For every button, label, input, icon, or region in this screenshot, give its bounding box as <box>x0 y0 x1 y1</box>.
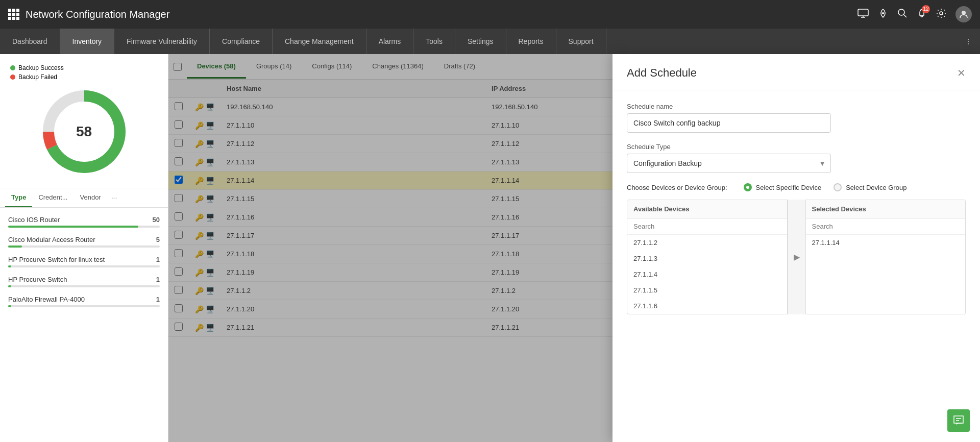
main-content: Backup Success Backup Failed 58 <box>0 54 980 442</box>
nav-compliance[interactable]: Compliance <box>210 29 273 54</box>
notification-icon[interactable]: 12 <box>917 8 927 21</box>
chart-legend: Backup Success Backup Failed <box>10 64 64 81</box>
legend-failed-label: Backup Failed <box>18 73 57 81</box>
device-type-name: Cisco Modular Access Router <box>8 236 95 243</box>
search-icon[interactable] <box>897 8 908 21</box>
device-type-cisco-modular[interactable]: Cisco Modular Access Router 5 <box>0 232 168 252</box>
device-type-name: HP Procurve Switch <box>8 276 67 283</box>
schedule-name-input[interactable] <box>627 113 831 133</box>
device-type-count: 1 <box>156 276 160 283</box>
legend-backup-failed: Backup Failed <box>10 73 64 81</box>
svg-point-3 <box>940 12 943 15</box>
device-type-count: 5 <box>156 236 160 243</box>
device-type-count: 1 <box>156 256 160 263</box>
available-device-item[interactable]: 27.1.1.6 <box>627 298 787 314</box>
svg-point-1 <box>882 12 884 14</box>
nav-dashboard[interactable]: Dashboard <box>0 29 60 54</box>
svg-point-2 <box>898 9 904 15</box>
modal-body: Schedule name Schedule Type Configuratio… <box>612 90 980 442</box>
device-selection-section: Choose Devices or Device Group: Select S… <box>627 183 966 314</box>
selected-devices-list: 27.1.1.14 <box>806 235 966 306</box>
app-title: Network Configuration Manager <box>26 9 169 20</box>
available-device-item[interactable]: 27.1.1.5 <box>627 282 787 298</box>
schedule-type-wrapper: Configuration Backup Compliance Check Ch… <box>627 154 831 173</box>
nav-reports[interactable]: Reports <box>506 29 556 54</box>
sidebar: Backup Success Backup Failed 58 <box>0 54 168 442</box>
available-devices-panel: Available Devices 27.1.1.227.1.1.327.1.1… <box>627 200 788 314</box>
header-left: Network Configuration Manager <box>8 9 169 20</box>
avatar[interactable] <box>955 6 972 22</box>
rocket-icon[interactable] <box>878 8 888 21</box>
choose-devices-label: Choose Devices or Device Group: <box>627 184 727 191</box>
right-content: Devices (58) Groups (14) Configs (114) C… <box>168 54 980 442</box>
schedule-name-label: Schedule name <box>627 103 966 110</box>
specific-device-label: Select Specific Device <box>756 184 822 191</box>
device-type-count: 50 <box>153 216 160 224</box>
filter-tab-more[interactable]: ··· <box>107 188 121 207</box>
available-device-item[interactable]: 27.1.1.2 <box>627 235 787 251</box>
device-type-name: Cisco IOS Router <box>8 216 60 224</box>
toggle-specific-device[interactable]: Select Specific Device <box>744 183 822 191</box>
modal-overlay: Add Schedule ✕ Schedule name Schedule Ty… <box>168 54 980 442</box>
device-type-hp-switch[interactable]: HP Procurve Switch 1 <box>0 272 168 291</box>
nav-tools[interactable]: Tools <box>413 29 455 54</box>
filter-tab-type[interactable]: Type <box>5 188 32 207</box>
schedule-type-label: Schedule Type <box>627 143 966 151</box>
add-schedule-modal: Add Schedule ✕ Schedule name Schedule Ty… <box>612 54 980 442</box>
schedule-name-group: Schedule name <box>627 103 966 133</box>
toggle-device-group[interactable]: Select Device Group <box>834 183 906 191</box>
legend-failed-dot <box>10 75 15 80</box>
chart-total: 58 <box>76 124 92 140</box>
device-type-bar <box>8 285 11 287</box>
filter-tab-credentials[interactable]: Credent... <box>32 188 74 207</box>
chat-support-button[interactable] <box>947 409 970 432</box>
svg-point-4 <box>962 11 966 15</box>
nav-alarms[interactable]: Alarms <box>366 29 414 54</box>
nav-firmware[interactable]: Firmware Vulnerability <box>114 29 210 54</box>
device-type-cisco-ios[interactable]: Cisco IOS Router 50 <box>0 212 168 232</box>
selected-search-input[interactable] <box>806 218 966 235</box>
transfer-button[interactable]: ▶ <box>788 200 806 314</box>
chart-area: Backup Success Backup Failed 58 <box>0 54 168 188</box>
transfer-arrow-icon: ▶ <box>794 252 800 262</box>
svg-rect-0 <box>858 9 868 16</box>
device-type-bar <box>8 305 11 307</box>
selected-devices-header: Selected Devices <box>806 200 966 218</box>
schedule-type-select[interactable]: Configuration Backup Compliance Check Ch… <box>627 154 831 173</box>
device-type-bar <box>8 245 22 248</box>
available-search-input[interactable] <box>627 218 787 235</box>
nav-change-management[interactable]: Change Management <box>273 29 366 54</box>
header-right: 12 <box>857 6 972 22</box>
nav-settings[interactable]: Settings <box>455 29 506 54</box>
device-type-count: 1 <box>156 296 160 303</box>
modal-title: Add Schedule <box>627 66 697 80</box>
nav-support[interactable]: Support <box>556 29 606 54</box>
notification-badge: 12 <box>922 5 930 13</box>
selected-device-item[interactable]: 27.1.1.14 <box>806 235 966 251</box>
device-type-name: HP Procurve Switch for linux test <box>8 256 105 263</box>
nav-inventory[interactable]: Inventory <box>60 29 115 54</box>
grid-icon[interactable] <box>8 9 19 20</box>
nav-more[interactable]: ⋮ <box>957 29 980 54</box>
available-device-item[interactable]: 27.1.1.4 <box>627 266 787 282</box>
legend-success-label: Backup Success <box>18 64 64 71</box>
available-devices-header: Available Devices <box>627 200 787 218</box>
selected-devices-panel: Selected Devices 27.1.1.14 <box>806 200 966 314</box>
filter-tabs: Type Credent... Vendor ··· <box>0 188 168 208</box>
settings-icon[interactable] <box>936 8 946 21</box>
device-type-name: PaloAlto Firewall PA-4000 <box>8 296 85 303</box>
available-device-item[interactable]: 27.1.1.3 <box>627 251 787 266</box>
filter-tab-vendor[interactable]: Vendor <box>74 188 107 207</box>
donut-chart: 58 <box>38 86 130 178</box>
device-group-label: Select Device Group <box>846 184 906 191</box>
monitor-icon[interactable] <box>857 9 869 20</box>
device-type-hp-linux[interactable]: HP Procurve Switch for linux test 1 <box>0 252 168 272</box>
nav-bar: Dashboard Inventory Firmware Vulnerabili… <box>0 29 980 54</box>
top-header: Network Configuration Manager <box>0 0 980 29</box>
modal-header: Add Schedule ✕ <box>612 54 980 90</box>
modal-close-button[interactable]: ✕ <box>957 67 966 79</box>
available-devices-list: 27.1.1.227.1.1.327.1.1.427.1.1.527.1.1.6 <box>627 235 787 314</box>
device-type-paloalto[interactable]: PaloAlto Firewall PA-4000 1 <box>0 291 168 311</box>
legend-backup-success: Backup Success <box>10 64 64 71</box>
legend-success-dot <box>10 65 15 70</box>
